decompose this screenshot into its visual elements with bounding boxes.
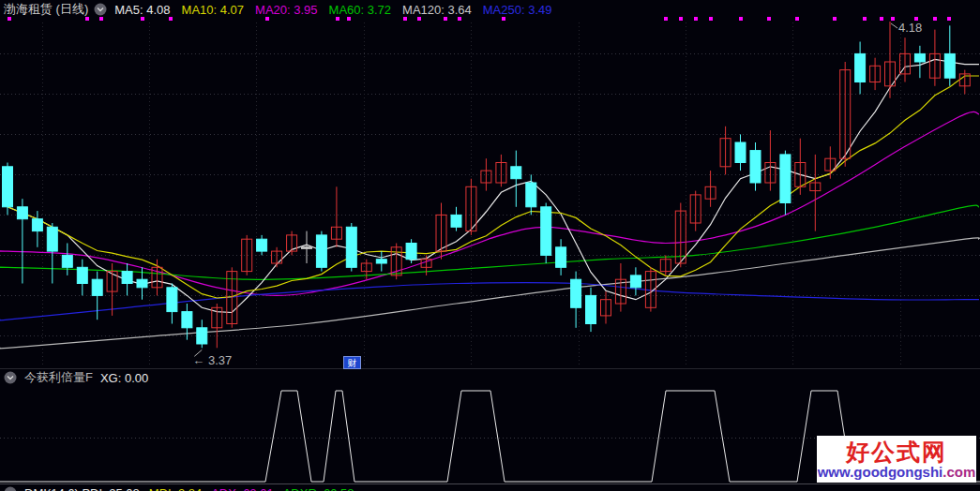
dmi-panel-header: DMI(14,6) PDI: 25.08 MDI: 3.84 ADX: 62.0…: [0, 484, 364, 491]
chevron-down-icon[interactable]: [94, 3, 107, 16]
ma60-label: MA60: 3.72: [329, 3, 392, 17]
ma20-label: MA20: 3.95: [255, 3, 318, 17]
chevron-down-icon[interactable]: [4, 371, 17, 384]
mdi-label: MDI: 3.84: [149, 486, 202, 491]
stock-chart-window: 渤海租赁 (日线) MA5: 4.08 MA10: 4.07 MA20: 3.9…: [0, 0, 980, 491]
adx-label: ADX: 62.01: [211, 486, 274, 491]
watermark-url: www.goodgongshi.com: [818, 464, 976, 480]
chart-canvas[interactable]: [0, 0, 980, 491]
ma120-label: MA120: 3.64: [402, 3, 472, 17]
indicator-name: 今获利倍量F: [24, 369, 93, 386]
dmi-label: DMI(14,6) PDI: 25.08: [24, 486, 140, 491]
low-price-label: ← 3.37: [192, 353, 232, 367]
indicator-panel-header: 今获利倍量F XG: 0.00: [0, 369, 148, 386]
stock-title: 渤海租赁 (日线): [4, 1, 88, 18]
high-price-label: 4.18: [898, 21, 922, 35]
chevron-down-icon[interactable]: [4, 486, 17, 491]
ma250-label: MA250: 3.49: [483, 3, 552, 17]
ma5-label: MA5: 4.08: [114, 3, 170, 17]
ma10-label: MA10: 4.07: [182, 3, 245, 17]
indicator-value: XG: 0.00: [100, 371, 148, 385]
main-panel-header: 渤海租赁 (日线) MA5: 4.08 MA10: 4.07 MA20: 3.9…: [0, 0, 563, 19]
watermark-logo: 好公式网 www.goodgongshi.com: [817, 436, 976, 483]
adxr-label: ADXR: 60.58: [283, 486, 354, 491]
watermark-title: 好公式网: [846, 439, 947, 464]
news-marker[interactable]: 财: [343, 356, 361, 369]
